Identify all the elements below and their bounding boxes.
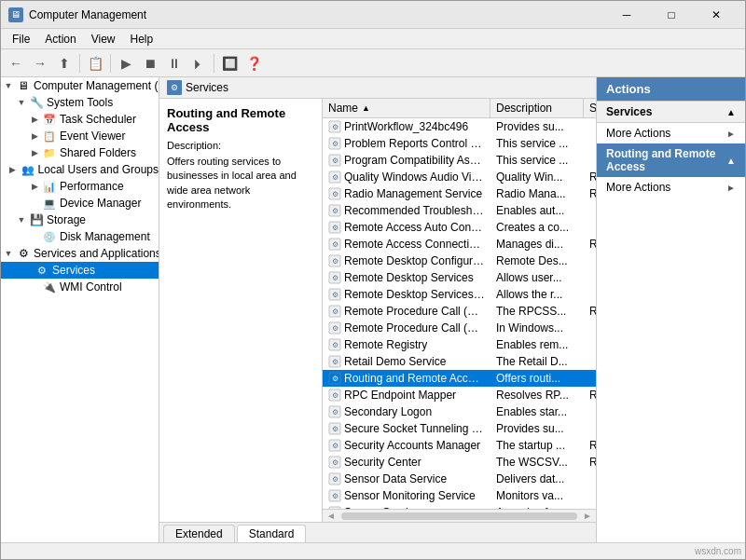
service-icon: ⚙ xyxy=(328,305,341,318)
users-icon: 👥 xyxy=(21,162,35,177)
menu-view[interactable]: View xyxy=(84,31,123,48)
tree-toggle-root[interactable]: ▼ xyxy=(1,78,16,93)
service-row[interactable]: ⚙Radio Management ServiceRadio Mana...Ru… xyxy=(323,185,596,202)
toolbar-sep-1 xyxy=(79,54,80,73)
service-row[interactable]: ⚙Remote Access Auto Conne...Creates a co… xyxy=(323,219,596,236)
service-status xyxy=(584,210,596,212)
tree-item-device-manager[interactable]: 💻 Device Manager xyxy=(1,195,159,212)
menu-action[interactable]: Action xyxy=(37,31,83,48)
service-row[interactable]: ⚙RPC Endpoint MapperResolves RP...Runnin… xyxy=(323,387,596,403)
service-row[interactable]: ⚙Program Compatibility Assi...This servi… xyxy=(323,152,596,169)
maximize-button[interactable]: □ xyxy=(650,1,693,29)
show-hide-button[interactable]: 📋 xyxy=(84,53,106,74)
actions-section-services[interactable]: Services ▲ xyxy=(597,101,745,123)
service-status xyxy=(584,143,596,144)
service-row[interactable]: ⚙Remote RegistryEnables rem... xyxy=(323,336,596,353)
tree-toggle-task[interactable]: ▶ xyxy=(27,112,42,127)
menu-help[interactable]: Help xyxy=(123,31,161,48)
storage-icon: 💾 xyxy=(29,212,44,227)
service-icon: ⚙ xyxy=(328,321,341,335)
actions-more-actions-services-arrow: ► xyxy=(726,129,736,139)
service-row[interactable]: ⚙Security Accounts ManagerThe startup ..… xyxy=(323,437,596,454)
service-name: Remote Desktop Configurat... xyxy=(344,254,485,267)
actions-section-routing-label: Routing and Remote Access xyxy=(606,147,726,173)
tree-item-system-tools[interactable]: ▼ 🔧 System Tools xyxy=(1,94,159,111)
svg-text:⚙: ⚙ xyxy=(332,274,338,282)
actions-section-routing[interactable]: Routing and Remote Access ▲ xyxy=(597,143,745,177)
tree-item-task-scheduler[interactable]: ▶ 📅 Task Scheduler xyxy=(1,111,159,128)
tree-toggle-shared[interactable]: ▶ xyxy=(27,145,42,160)
tree-item-wmi[interactable]: 🔌 WMI Control xyxy=(1,279,159,295)
service-row[interactable]: ⚙Routing and Remote AccessOffers routi..… xyxy=(323,370,596,387)
service-name: Remote Procedure Call (RP... xyxy=(344,321,485,335)
tree-item-event-viewer[interactable]: ▶ 📋 Event Viewer xyxy=(1,128,159,144)
services-header-text: Services xyxy=(186,81,228,94)
service-status: Running xyxy=(584,388,596,403)
service-icon: ⚙ xyxy=(328,355,341,368)
tree-toggle-event[interactable]: ▶ xyxy=(27,129,42,143)
service-row[interactable]: ⚙Quality Windows Audio Vid...Quality Win… xyxy=(323,169,596,185)
svg-text:⚙: ⚙ xyxy=(332,408,338,417)
help-toolbar-button[interactable]: ❓ xyxy=(242,53,265,74)
up-button[interactable]: ⬆ xyxy=(53,53,76,74)
tab-standard[interactable]: Standard xyxy=(237,525,307,542)
service-row[interactable]: ⚙Security CenterThe WSCSV...Running xyxy=(323,454,596,471)
service-row[interactable]: ⚙Problem Reports Control Pa...This servi… xyxy=(323,135,596,152)
service-row[interactable]: ⚙Recommended Troublesho...Enables aut... xyxy=(323,202,596,219)
tree-item-root[interactable]: ▼ 🖥 Computer Management (Local xyxy=(1,77,159,94)
tree-toggle-perf[interactable]: ▶ xyxy=(27,179,42,194)
service-row[interactable]: ⚙Remote Desktop Configurat...Remote Des.… xyxy=(323,253,596,269)
service-row[interactable]: ⚙Remote Procedure Call (RPC)The RPCSS...… xyxy=(323,303,596,320)
col-header-name[interactable]: Name ▲ xyxy=(323,99,490,117)
service-row[interactable]: ⚙Secure Socket Tunneling Pr...Provides s… xyxy=(323,420,596,437)
tree-item-performance[interactable]: ▶ 📊 Performance xyxy=(1,178,159,195)
service-row[interactable]: ⚙Secondary LogonEnables star... xyxy=(323,403,596,420)
service-row[interactable]: ⚙Remote Desktop ServicesAllows user... xyxy=(323,269,596,286)
back-button[interactable]: ← xyxy=(5,53,27,74)
pause-button[interactable]: ⏸ xyxy=(163,53,186,74)
col-header-desc[interactable]: Description xyxy=(490,99,584,117)
tree-item-services[interactable]: ⚙ Services xyxy=(1,262,159,279)
tree-toggle-svc-apps[interactable]: ▼ xyxy=(1,246,16,261)
service-name: Remote Access Auto Conne... xyxy=(344,221,485,234)
folder-icon: 📁 xyxy=(42,145,57,160)
stop-button[interactable]: ⏹ xyxy=(139,53,161,74)
service-desc: Monitors va... xyxy=(490,488,584,503)
service-row[interactable]: ⚙Remote Procedure Call (RP...In Windows.… xyxy=(323,320,596,336)
forward-button[interactable]: → xyxy=(29,53,51,74)
tree-item-local-users[interactable]: ▶ 👥 Local Users and Groups xyxy=(1,161,159,178)
tree-toggle-users[interactable]: ▶ xyxy=(6,162,21,177)
tree-toggle-storage[interactable]: ▼ xyxy=(14,212,29,227)
col-header-status[interactable]: Status xyxy=(584,99,596,117)
service-status xyxy=(584,478,596,480)
menu-file[interactable]: File xyxy=(5,31,37,48)
tree-item-shared-folders[interactable]: ▶ 📁 Shared Folders xyxy=(1,144,159,161)
properties-button[interactable]: 🔲 xyxy=(218,53,241,74)
service-row[interactable]: ⚙Sensor Monitoring ServiceMonitors va... xyxy=(323,487,596,504)
service-name: Recommended Troublesho... xyxy=(344,204,485,217)
service-desc: The RPCSS... xyxy=(490,304,584,319)
service-name: Problem Reports Control Pa... xyxy=(344,137,485,150)
service-desc: Remote Des... xyxy=(490,253,584,268)
tree-item-storage[interactable]: ▼ 💾 Storage xyxy=(1,212,159,228)
service-row[interactable]: ⚙PrintWorkflow_324bc496Provides su... xyxy=(323,118,596,135)
svg-text:⚙: ⚙ xyxy=(332,190,338,198)
service-row[interactable]: ⚙Remote Desktop Services U...Allows the … xyxy=(323,286,596,303)
actions-more-actions-services[interactable]: More Actions ► xyxy=(597,123,745,143)
service-status: Running xyxy=(584,438,596,453)
service-name: Remote Procedure Call (RPC) xyxy=(344,305,485,318)
tree-toggle-system-tools[interactable]: ▼ xyxy=(14,95,29,110)
tree-item-disk-mgmt[interactable]: 💿 Disk Management xyxy=(1,228,159,245)
close-button[interactable]: ✕ xyxy=(695,1,738,29)
actions-more-actions-routing[interactable]: More Actions ► xyxy=(597,177,745,198)
tree-item-services-apps[interactable]: ▼ ⚙ Services and Applications xyxy=(1,245,159,262)
service-row[interactable]: ⚙Sensor Data ServiceDelivers dat... xyxy=(323,471,596,487)
tab-extended[interactable]: Extended xyxy=(163,525,235,542)
list-body[interactable]: ⚙PrintWorkflow_324bc496Provides su...⚙Pr… xyxy=(323,118,596,509)
play-button[interactable]: ▶ xyxy=(115,53,137,74)
service-row[interactable]: ⚙Retail Demo ServiceThe Retail D... xyxy=(323,353,596,370)
h-scrollbar[interactable]: ◄ ► xyxy=(323,509,596,522)
service-row[interactable]: ⚙Remote Access Connection...Manages di..… xyxy=(323,236,596,253)
restart-button[interactable]: ⏵ xyxy=(187,53,210,74)
minimize-button[interactable]: ─ xyxy=(605,1,648,29)
